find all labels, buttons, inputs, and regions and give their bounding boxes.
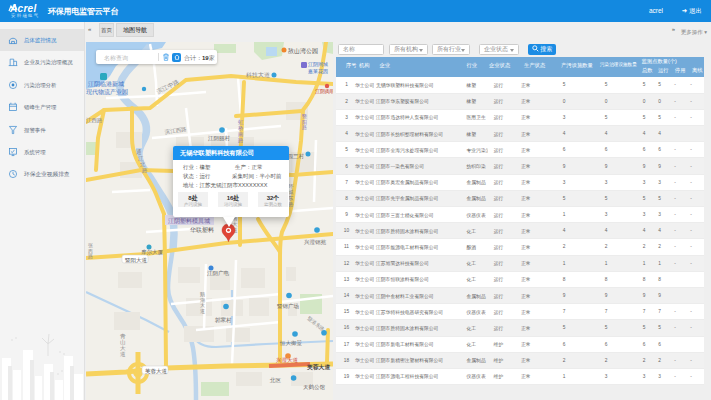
svg-text:江阴临港新城: 江阴临港新城 bbox=[88, 80, 124, 88]
svg-text:芙蓉大道: 芙蓉大道 bbox=[306, 364, 330, 371]
svg-text:暨锦广场: 暨锦广场 bbox=[277, 303, 299, 310]
svg-text:鹅湖大道: 鹅湖大道 bbox=[199, 291, 205, 314]
svg-text:江阴广电: 江阴广电 bbox=[207, 270, 230, 277]
svg-text:江西路: 江西路 bbox=[86, 117, 103, 124]
svg-text:嘉莱花园: 嘉莱花园 bbox=[308, 68, 328, 75]
svg-text:江阴肉联厂: 江阴肉联厂 bbox=[315, 88, 333, 95]
svg-text:现代物流产业园: 现代物流产业园 bbox=[86, 88, 128, 96]
svg-text:敔山湾公园: 敔山湾公园 bbox=[288, 47, 318, 55]
svg-text:暨阳路: 暨阳路 bbox=[302, 113, 307, 130]
svg-text:暨阳大道: 暨阳大道 bbox=[125, 257, 148, 264]
svg-text:郭家村: 郭家村 bbox=[215, 317, 232, 324]
svg-text:江阴同城: 江阴同城 bbox=[308, 61, 328, 68]
svg-text:张西路: 张西路 bbox=[88, 242, 93, 259]
svg-text:虹桥南路: 虹桥南路 bbox=[237, 119, 244, 143]
svg-text:华联塑料: 华联塑料 bbox=[190, 226, 214, 233]
svg-text:青山大道: 青山大道 bbox=[120, 333, 126, 357]
svg-text:北区: 北区 bbox=[269, 377, 282, 384]
svg-text:兴澄大道: 兴澄大道 bbox=[276, 357, 299, 363]
svg-text:天鹤公馆: 天鹤公馆 bbox=[303, 383, 326, 391]
svg-text:芙蓉大道: 芙蓉大道 bbox=[145, 368, 168, 374]
svg-text:江阴丽村: 江阴丽村 bbox=[208, 135, 231, 142]
svg-text:江阴塑料模具城: 江阴塑料模具城 bbox=[168, 217, 210, 225]
svg-text:兴澄锦苑: 兴澄锦苑 bbox=[304, 239, 327, 246]
svg-text:科技大道: 科技大道 bbox=[246, 71, 270, 78]
svg-text:恒大御景: 恒大御景 bbox=[279, 340, 303, 346]
